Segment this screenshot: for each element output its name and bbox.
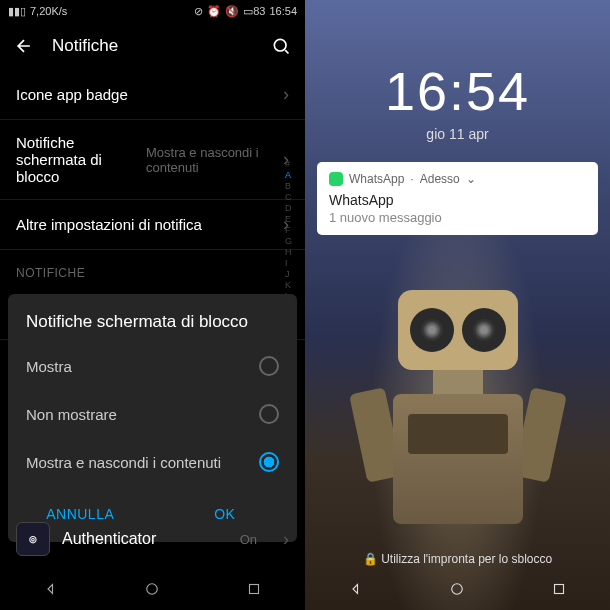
header-bar: Notifiche bbox=[0, 22, 305, 70]
notif-time: Adesso bbox=[420, 172, 460, 186]
notification-card[interactable]: WhatsApp · Adesso ⌄ WhatsApp 1 nuovo mes… bbox=[317, 162, 598, 235]
lock-icon: 🔒 bbox=[363, 552, 378, 566]
dnd-icon: ⊘ bbox=[194, 5, 203, 18]
wallpaper-robot bbox=[368, 290, 548, 570]
lock-clock: 16:54 bbox=[305, 60, 610, 122]
nav-bar bbox=[0, 568, 305, 610]
settings-row-badge[interactable]: Icone app badge › bbox=[0, 70, 305, 120]
chevron-down-icon[interactable]: ⌄ bbox=[466, 172, 476, 186]
clock-text: 16:54 bbox=[269, 5, 297, 17]
notif-body: 1 nuovo messaggio bbox=[329, 210, 586, 225]
nav-recent-icon[interactable] bbox=[245, 580, 263, 598]
app-row-authenticator[interactable]: ◎ Authenticator On › bbox=[0, 510, 305, 568]
svg-point-1 bbox=[147, 584, 158, 595]
notif-app: WhatsApp bbox=[349, 172, 404, 186]
nav-home-icon[interactable] bbox=[143, 580, 161, 598]
signal-icon: ▮▮▯ bbox=[8, 5, 26, 18]
authenticator-icon: ◎ bbox=[16, 522, 50, 556]
nav-bar bbox=[305, 568, 610, 610]
settings-row-other[interactable]: Altre impostazioni di notifica › bbox=[0, 200, 305, 250]
dialog-title: Notifiche schermata di blocco bbox=[8, 294, 297, 342]
svg-rect-4 bbox=[555, 585, 564, 594]
alarm-icon: ⏰ bbox=[207, 5, 221, 18]
nav-back-icon[interactable] bbox=[42, 580, 60, 598]
back-icon[interactable] bbox=[14, 36, 34, 56]
settings-row-lockscreen[interactable]: Notifiche schermata di blocco Mostra e n… bbox=[0, 120, 305, 200]
page-title: Notifiche bbox=[52, 36, 253, 56]
radio-icon bbox=[259, 356, 279, 376]
nav-recent-icon[interactable] bbox=[550, 580, 568, 598]
svg-point-0 bbox=[274, 39, 286, 51]
notif-title: WhatsApp bbox=[329, 192, 586, 208]
lockscreen-notif-dialog: Notifiche schermata di blocco Mostra Non… bbox=[8, 294, 297, 542]
settings-screen: ▮▮▯ 7,20K/s ⊘ ⏰ 🔇 ▭83 16:54 Notifiche Ic… bbox=[0, 0, 305, 610]
option-hide[interactable]: Non mostrare bbox=[8, 390, 297, 438]
mute-icon: 🔇 bbox=[225, 5, 239, 18]
chevron-right-icon: › bbox=[283, 529, 289, 550]
option-hide-content[interactable]: Mostra e nascondi i contenuti bbox=[8, 438, 297, 486]
whatsapp-icon bbox=[329, 172, 343, 186]
battery-icon: ▭83 bbox=[243, 5, 265, 18]
svg-rect-2 bbox=[250, 585, 259, 594]
unlock-hint: 🔒 Utilizza l'impronta per lo sblocco bbox=[305, 552, 610, 566]
status-bar: ▮▮▯ 7,20K/s ⊘ ⏰ 🔇 ▭83 16:54 bbox=[0, 0, 305, 22]
nav-home-icon[interactable] bbox=[448, 580, 466, 598]
radio-icon bbox=[259, 404, 279, 424]
nav-back-icon[interactable] bbox=[347, 580, 365, 598]
search-icon[interactable] bbox=[271, 36, 291, 56]
lock-date: gio 11 apr bbox=[305, 126, 610, 142]
option-show[interactable]: Mostra bbox=[8, 342, 297, 390]
section-header: NOTIFICHE bbox=[0, 250, 305, 290]
lock-screen: I WIND ▮▮▯ 0,92K/s ⊘ ⏰ 🔇 ▭83 16:54 16:54… bbox=[305, 0, 610, 610]
svg-point-3 bbox=[452, 584, 463, 595]
radio-icon-selected bbox=[259, 452, 279, 472]
net-speed: 7,20K/s bbox=[30, 5, 67, 17]
